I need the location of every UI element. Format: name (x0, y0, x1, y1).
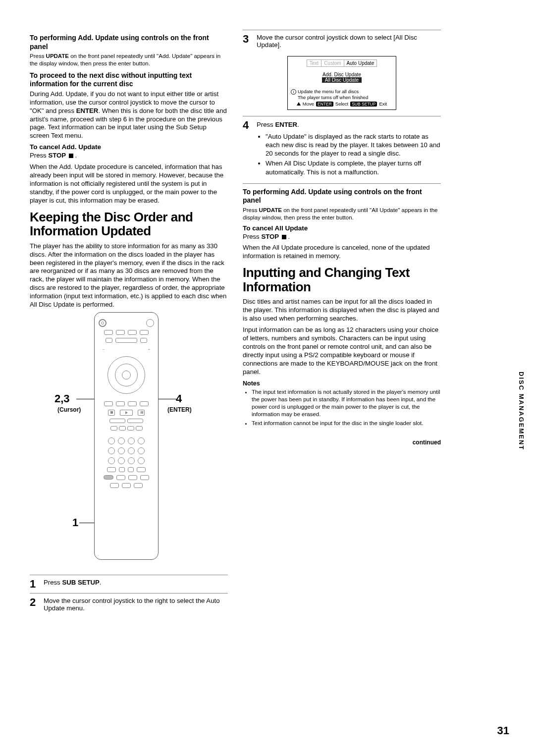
stop-icon (282, 235, 286, 239)
step-1: 1 Press SUB SETUP. (30, 575, 228, 593)
paragraph-cancel-all-body: When the All Update procedure is cancele… (243, 244, 441, 261)
side-tab: DISC MANAGEMENT (518, 372, 525, 450)
osd-screenshot: Text Custom Auto Update Add. Disc Update… (287, 56, 396, 110)
step-number: 2 (30, 597, 44, 608)
joystick-icon (107, 356, 145, 394)
list-item: Text information cannot be input for the… (252, 420, 441, 427)
paragraph-keeping-order-body: The player has the ability to store info… (30, 242, 228, 309)
stop-icon (69, 154, 73, 158)
joystick-up-icon (297, 102, 301, 106)
continued-label: continued (243, 439, 441, 446)
step-3: 3 Move the cursor control joystick down … (243, 30, 441, 52)
page-number: 31 (497, 724, 509, 737)
callout-enter: (ENTER) (167, 406, 192, 413)
remote-diagram: 2,3 (Cursor) 4 (ENTER) 1 −+ (30, 312, 228, 575)
step-4: 4 Press ENTER. "Auto Update" is displaye… (243, 116, 441, 181)
paragraph-input-text-2: Input information can be as long as 12 c… (243, 326, 441, 376)
callout-4: 4 (176, 392, 182, 405)
heading-cancel-all: To cancel All Update (243, 224, 441, 232)
heading-proceed-next: To proceed to the next disc without inpu… (30, 71, 228, 89)
osd-tab-custom: Custom (321, 60, 344, 66)
list-item: The input text information is not actual… (252, 388, 441, 418)
left-column: To performing Add. Update using controls… (30, 30, 228, 615)
paragraph-proceed-body: During Add. Update, if you do not want t… (30, 90, 228, 140)
paragraph-all-update-instruction: Press UPDATE on the front panel repeated… (243, 207, 441, 221)
step-number: 3 (243, 34, 257, 45)
callout-1: 1 (72, 516, 78, 529)
callout-cursor: (Cursor) (57, 406, 81, 413)
paragraph-press-stop-2: Press STOP . (243, 233, 441, 241)
osd-line-add: Add. Disc Update (322, 72, 362, 77)
enter-pill: ENTER (316, 102, 333, 107)
step-2: 2 Move the cursor control joystick to th… (30, 593, 228, 615)
title-keeping-order: Keeping the Disc Order and Information U… (30, 210, 228, 238)
subsetup-pill: SUB SETUP (350, 102, 377, 107)
paragraph-input-text-1: Disc titles and artist names can be inpu… (243, 298, 441, 323)
callout-2-3: 2,3 (54, 392, 70, 405)
list-item: When All Disc Update is complete, the pl… (266, 159, 441, 176)
list-item: "Auto Update" is displayed as the rack s… (266, 132, 441, 158)
osd-tab-autoupdate: Auto Update (344, 60, 377, 66)
step-number: 1 (30, 579, 44, 590)
info-icon: i (291, 89, 296, 95)
paragraph-press-stop-1: Press STOP . (30, 152, 228, 160)
heading-front-panel: To performing Add. Update using controls… (30, 34, 228, 51)
notes-heading: Notes (243, 380, 441, 387)
paragraph-cancel-add-body: When the Add. Update procedure is cancel… (30, 163, 228, 205)
remote-outline: −+ (94, 312, 159, 560)
osd-tab-text: Text (307, 60, 321, 66)
heading-front-panel-2: To performing Add. Update using controls… (243, 188, 441, 205)
step-number: 4 (243, 120, 257, 131)
title-inputting-text: Inputting and Changing Text Information (243, 266, 441, 294)
right-column: 3 Move the cursor control joystick down … (243, 30, 441, 615)
paragraph-update-instruction: Press UPDATE on the front panel repeated… (30, 53, 228, 67)
heading-cancel-add: To cancel Add. Update (30, 143, 228, 151)
osd-line-all-highlight: All Disc Update (322, 77, 362, 83)
